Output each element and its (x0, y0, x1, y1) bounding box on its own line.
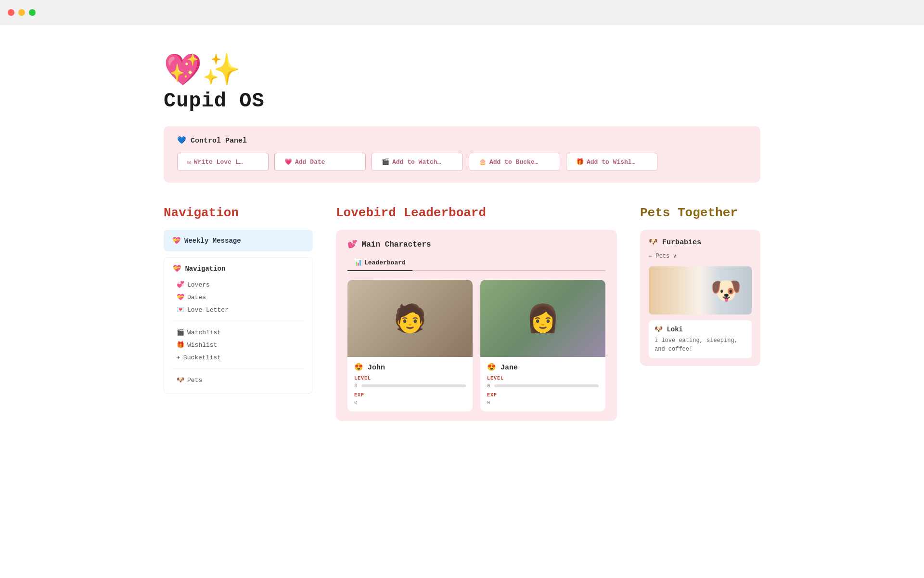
minimize-button[interactable] (18, 9, 25, 16)
character-cards: 🧑 😍 John LEVEL 0 EXP (347, 280, 605, 411)
jane-level-bar (494, 384, 599, 387)
pet-photo (649, 266, 752, 315)
nav-item-watchlist[interactable]: 🎬 Watchlist (173, 326, 304, 339)
app-title: Cupid OS (164, 90, 760, 113)
navigation-header: Navigation (164, 206, 313, 220)
jane-exp-label: EXP (487, 393, 599, 398)
pet-name: 🐶 Loki (654, 325, 746, 333)
weekly-message-label: Weekly Message (184, 237, 241, 245)
leaderboard-panel: Lovebird Leaderboard 💕 Main Characters 📊… (336, 206, 617, 421)
nav-item-bucketlist[interactable]: ✈️ Bucketlist (173, 351, 304, 364)
jane-level-bar-container: 0 (487, 383, 599, 389)
john-exp-label: EXP (354, 393, 466, 398)
jane-exp-value: 0 (487, 400, 599, 406)
pets-header: Pets Together (640, 206, 760, 220)
dog-image (649, 266, 752, 315)
leaderboard-tabs: 📊 Leaderboard (347, 256, 605, 271)
character-card-jane: 👩 😍 Jane LEVEL 0 EXP (480, 280, 605, 411)
add-watchlist-button[interactable]: 🎬 Add to Watch… (372, 153, 463, 171)
tab-leaderboard[interactable]: 📊 Leaderboard (347, 256, 412, 271)
jane-name: 😍 Jane (487, 363, 599, 372)
weekly-message-icon: 💝 (172, 236, 180, 245)
nav-item-wishlist[interactable]: 🎁 Wishlist (173, 339, 304, 351)
jane-info: 😍 Jane LEVEL 0 EXP 0 (480, 357, 605, 411)
weekly-message-item[interactable]: 💝 Weekly Message (164, 230, 313, 251)
close-button[interactable] (8, 9, 14, 16)
john-exp-value: 0 (354, 400, 466, 406)
john-level-bar (361, 384, 466, 387)
main-columns: Navigation 💝 Weekly Message 💝 Navigation… (164, 206, 760, 421)
add-wishlist-button[interactable]: 🎁 Add to Wishl… (566, 153, 657, 171)
pets-card-title: 🐶 Furbabies (649, 237, 752, 247)
navigation-panel: Navigation 💝 Weekly Message 💝 Navigation… (164, 206, 313, 394)
john-level-value: 0 (354, 383, 358, 389)
pets-panel: Pets Together 🐶 Furbabies ✏️ Pets ∨ 🐶 Lo… (640, 206, 760, 366)
pets-filter[interactable]: ✏️ Pets ∨ (649, 252, 752, 260)
jane-level-label: LEVEL (487, 376, 599, 381)
nav-item-dates[interactable]: 💝 Dates (173, 291, 304, 303)
nav-item-love-letter[interactable]: 💌 Love Letter (173, 303, 304, 316)
john-info: 😍 John LEVEL 0 EXP 0 (347, 357, 473, 411)
jane-photo: 👩 (480, 280, 605, 357)
nav-section-title: 💝 Navigation (173, 264, 304, 273)
add-date-button[interactable]: 💗 Add Date (274, 153, 366, 171)
control-buttons: ✉️ Write Love L… 💗 Add Date 🎬 Add to Wat… (177, 153, 747, 171)
john-photo: 🧑 (347, 280, 473, 357)
character-card-john: 🧑 😍 John LEVEL 0 EXP (347, 280, 473, 411)
john-level-label: LEVEL (354, 376, 466, 381)
page-content: 💖✨ Cupid OS 💙 Control Panel ✉️ Write Lov… (125, 25, 799, 450)
leaderboard-card: 💕 Main Characters 📊 Leaderboard 🧑 😍 John… (336, 230, 617, 421)
write-love-button[interactable]: ✉️ Write Love L… (177, 153, 269, 171)
pet-description: I love eating, sleeping, and coffee! (654, 336, 746, 354)
pets-card: 🐶 Furbabies ✏️ Pets ∨ 🐶 Loki I love eati… (640, 230, 760, 366)
john-name: 😍 John (354, 363, 466, 372)
control-panel-title: 💙 Control Panel (177, 136, 747, 145)
add-bucketlist-button[interactable]: 🎂 Add to Bucke… (469, 153, 560, 171)
control-panel: 💙 Control Panel ✉️ Write Love L… 💗 Add D… (164, 126, 760, 183)
maximize-button[interactable] (29, 9, 36, 16)
app-icon: 💖✨ (164, 54, 760, 85)
pet-entry: 🐶 Loki I love eating, sleeping, and coff… (649, 320, 752, 358)
nav-item-pets[interactable]: 🐶 Pets (173, 374, 304, 386)
nav-divider-1 (173, 321, 304, 321)
jane-level-value: 0 (487, 383, 490, 389)
leaderboard-header: Lovebird Leaderboard (336, 206, 617, 220)
titlebar (0, 0, 924, 25)
nav-divider-2 (173, 368, 304, 369)
navigation-section: 💝 Navigation 💞 Lovers 💝 Dates 💌 Love Let… (164, 257, 313, 394)
leaderboard-card-title: 💕 Main Characters (347, 239, 605, 249)
john-level-bar-container: 0 (354, 383, 466, 389)
nav-item-lovers[interactable]: 💞 Lovers (173, 278, 304, 291)
